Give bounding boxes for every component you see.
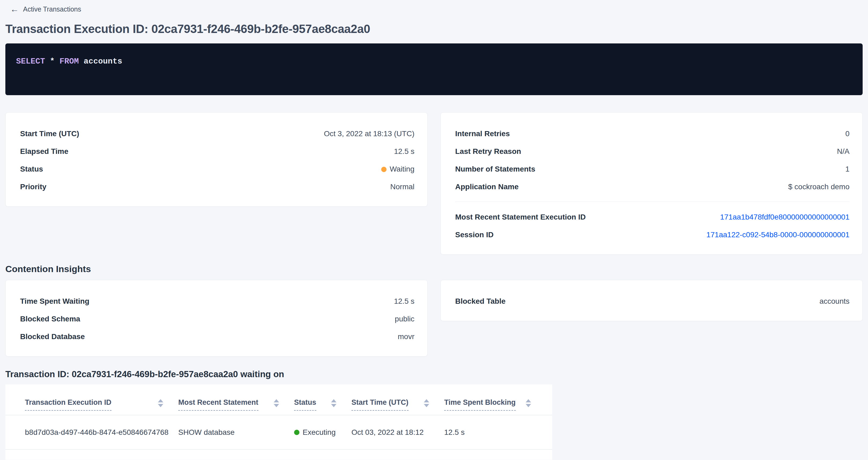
sort-up-icon [158,399,163,402]
contention-cards-row: Time Spent Waiting 12.5 s Blocked Schema… [5,280,863,357]
row-value: 12.5 s [394,297,414,306]
sql-keyword-from: FROM [60,57,84,66]
column-header-status[interactable]: Status [294,398,351,411]
cell-most-recent-statement: SHOW database [178,428,294,437]
sort-up-icon [274,399,279,402]
summary-row-last-retry-reason: Last Retry Reason N/A [455,143,849,160]
column-header-label: Time Spent Blocking [444,398,516,411]
contention-row-blocked-database: Blocked Database movr [20,328,414,345]
sort-down-icon [424,404,429,407]
column-header-time-spent-blocking[interactable]: Time Spent Blocking [444,398,546,411]
sort-down-icon [158,404,163,407]
row-value: movr [398,332,414,341]
summary-cards-row: Start Time (UTC) Oct 3, 2022 at 18:13 (U… [5,112,863,255]
summary-row-application-name: Application Name $ cockroach demo [455,178,849,196]
sort-down-icon [274,404,279,407]
cell-time-spent-blocking: 12.5 s [444,428,546,437]
session-id-link[interactable]: 171aa122-c092-54b8-0000-000000000001 [706,231,849,239]
summary-row-elapsed-time: Elapsed Time 12.5 s [20,143,414,160]
summary-row-statement-execution-id: Most Recent Statement Execution ID 171aa… [455,208,849,226]
waiting-status-dot-icon [381,167,386,172]
cell-status: Executing [294,428,351,437]
sort-arrows-icon [274,399,279,407]
contention-card-right: Blocked Table accounts [440,280,863,321]
sort-down-icon [526,404,531,407]
sort-up-icon [526,399,531,402]
back-link-active-transactions[interactable]: ← Active Transactions [10,4,81,14]
back-arrow-icon: ← [10,5,19,13]
row-value: N/A [837,147,849,156]
contention-row-blocked-table: Blocked Table accounts [455,293,849,310]
row-value: Oct 3, 2022 at 18:13 (UTC) [324,129,414,138]
sql-operator-star: * [50,57,60,66]
summary-row-number-of-statements: Number of Statements 1 [455,160,849,178]
contention-row-time-spent-waiting: Time Spent Waiting 12.5 s [20,293,414,310]
row-value: 0 [845,129,849,138]
row-label: Blocked Schema [20,315,80,323]
sort-up-icon [424,399,429,402]
contention-card-left: Time Spent Waiting 12.5 s Blocked Schema… [5,280,428,357]
row-value: $ cockroach demo [788,183,849,191]
column-header-label: Status [294,398,316,411]
cell-transaction-execution-id: b8d7d03a-d497-446b-8474-e50846674768 [25,428,178,437]
sort-down-icon [331,404,336,407]
executing-status-dot-icon [294,430,300,435]
sql-table-name: accounts [84,57,122,66]
sort-arrows-icon [526,399,531,407]
contention-insights-heading: Contention Insights [5,263,863,275]
column-header-label: Most Recent Statement [178,398,258,411]
row-label: Blocked Table [455,297,505,306]
statement-execution-id-link[interactable]: 171aa1b478fdf0e80000000000000001 [720,213,849,221]
sql-keyword-select: SELECT [16,57,50,66]
summary-row-priority: Priority Normal [20,178,414,196]
column-header-start-time[interactable]: Start Time (UTC) [351,398,444,411]
row-label: Time Spent Waiting [20,297,89,306]
back-link-label: Active Transactions [23,5,81,13]
row-label: Last Retry Reason [455,147,521,156]
summary-row-session-id: Session ID 171aa122-c092-54b8-0000-00000… [455,226,849,244]
row-label: Status [20,165,43,174]
column-header-transaction-execution-id[interactable]: Transaction Execution ID [25,398,178,411]
row-value: accounts [819,297,849,306]
summary-card-left: Start Time (UTC) Oct 3, 2022 at 18:13 (U… [5,112,428,207]
summary-card-right: Internal Retries 0 Last Retry Reason N/A… [440,112,863,255]
sort-up-icon [331,399,336,402]
row-value: Normal [390,183,414,191]
row-label: Elapsed Time [20,147,68,156]
row-value: public [395,315,414,323]
column-header-label: Start Time (UTC) [351,398,408,411]
waiting-on-heading: Transaction ID: 02ca7931-f246-469b-b2fe-… [5,369,863,379]
table-row: b8d7d03a-d497-446b-8474-e50846674768 SHO… [5,415,552,450]
cell-start-time: Oct 03, 2022 at 18:12 [351,428,444,437]
column-header-most-recent-statement[interactable]: Most Recent Statement [178,398,294,411]
card-divider [455,202,849,202]
row-label: Start Time (UTC) [20,129,79,138]
summary-row-start-time: Start Time (UTC) Oct 3, 2022 at 18:13 (U… [20,125,414,143]
summary-row-status: Status Waiting [20,160,414,178]
row-value: 12.5 s [394,147,414,156]
sql-statement-box: SELECT * FROM accounts [5,43,863,95]
status-badge: Waiting [381,165,414,174]
status-text: Waiting [390,165,414,173]
page-content: ← Active Transactions Transaction Execut… [0,0,868,460]
contention-row-blocked-schema: Blocked Schema public [20,310,414,328]
sort-arrows-icon [158,399,163,407]
row-value: 1 [845,165,849,174]
sort-arrows-icon [331,399,336,407]
row-label: Application Name [455,183,519,191]
waiting-on-table: Transaction Execution ID Most Recent Sta… [5,385,552,460]
row-label: Session ID [455,231,494,239]
sort-arrows-icon [424,399,429,407]
row-label: Number of Statements [455,165,535,174]
row-label: Priority [20,183,46,191]
page-title: Transaction Execution ID: 02ca7931-f246-… [5,22,863,36]
row-label: Internal Retries [455,129,510,138]
summary-row-internal-retries: Internal Retries 0 [455,125,849,143]
status-text: Executing [303,428,336,437]
column-header-label: Transaction Execution ID [25,398,112,411]
table-header-row: Transaction Execution ID Most Recent Sta… [5,398,552,415]
row-label: Blocked Database [20,332,85,341]
row-label: Most Recent Statement Execution ID [455,213,586,221]
